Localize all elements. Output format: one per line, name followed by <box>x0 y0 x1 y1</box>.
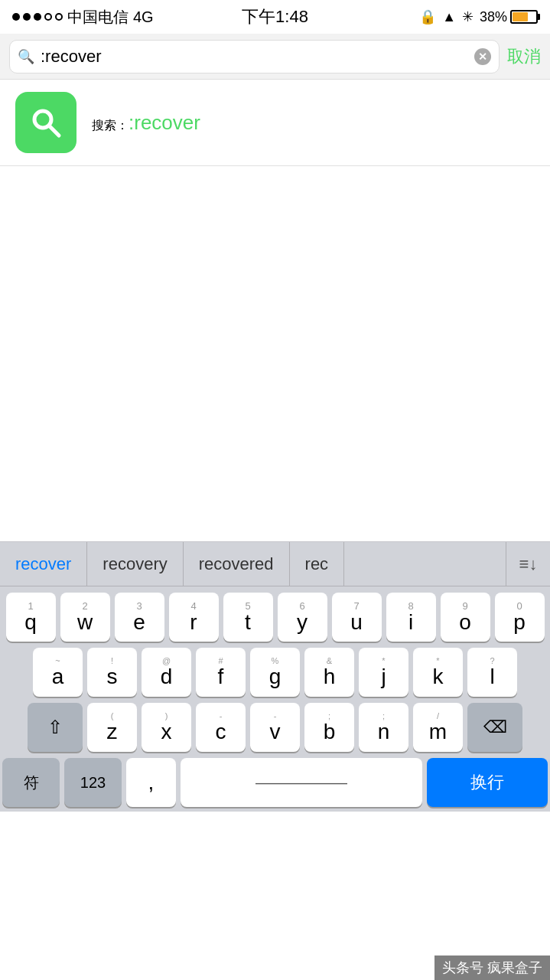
key-o[interactable]: 9 o <box>441 593 490 642</box>
suggestion-query: :recover <box>129 111 200 134</box>
status-right: 🔒 ▲ ✳ 38% <box>419 8 538 25</box>
signal-dots <box>12 13 63 21</box>
key-a[interactable]: ~ a <box>33 648 83 697</box>
main-content <box>0 166 550 541</box>
suggestion-prefix: 搜索： <box>92 119 129 132</box>
autocomplete-items: recover recovery recovered rec <box>0 542 506 586</box>
keyboard-bottom-row: 符 123 , —————— 换行 <box>2 758 548 812</box>
symbol-label: 符 <box>24 775 39 790</box>
keyboard-row-1: 1 q 2 w 3 e 4 r 5 t 6 y 7 u 8 i <box>2 593 548 642</box>
key-x[interactable]: ) x <box>142 703 191 752</box>
cancel-button[interactable]: 取消 <box>507 45 541 68</box>
keyboard-row-3: ⇧ ( z ) x - c - v ; b ; n / m <box>2 703 548 752</box>
signal-dot-2 <box>23 13 31 21</box>
key-r[interactable]: 4 r <box>169 593 219 642</box>
key-s[interactable]: ! s <box>87 648 137 697</box>
suggestion-text: 搜索：:recover <box>92 111 200 135</box>
symbol-key[interactable]: 符 <box>2 758 60 807</box>
status-time: 下午1:48 <box>242 5 308 28</box>
key-q[interactable]: 1 q <box>6 593 56 642</box>
search-bar: 🔍 ✕ 取消 <box>0 34 550 80</box>
return-label: 换行 <box>470 774 504 791</box>
space-label: —————— <box>255 775 347 790</box>
keyboard: 1 q 2 w 3 e 4 r 5 t 6 y 7 u 8 i <box>0 586 550 812</box>
signal-dot-4 <box>44 13 52 21</box>
battery-icon <box>510 10 538 24</box>
autocomplete-bar: recover recovery recovered rec ≡↓ <box>0 542 550 586</box>
numbers-label: 123 <box>80 775 106 790</box>
network-type: 4G <box>133 8 154 26</box>
key-g[interactable]: % g <box>250 648 300 697</box>
key-t[interactable]: 5 t <box>223 593 273 642</box>
carrier-name: 中国电信 <box>67 7 129 28</box>
svg-line-1 <box>49 126 59 136</box>
key-z[interactable]: ( z <box>87 703 137 752</box>
keyboard-row-2: ~ a ! s @ d # f % g & h * j * k <box>2 648 548 697</box>
collapse-icon: ≡↓ <box>519 554 538 574</box>
battery-fill <box>513 12 528 21</box>
key-k[interactable]: * k <box>413 648 463 697</box>
key-v[interactable]: - v <box>250 703 300 752</box>
key-d[interactable]: @ d <box>142 648 191 697</box>
autocomplete-item-recovered[interactable]: recovered <box>184 542 290 586</box>
signal-dot-3 <box>34 13 41 21</box>
key-p[interactable]: 0 p <box>495 593 545 642</box>
key-u[interactable]: 7 u <box>332 593 382 642</box>
key-h[interactable]: & h <box>304 648 354 697</box>
autocomplete-item-recovery[interactable]: recovery <box>87 542 183 586</box>
key-i[interactable]: 8 i <box>386 593 436 642</box>
autocomplete-item-rec[interactable]: rec <box>290 542 345 586</box>
shift-key[interactable]: ⇧ <box>28 703 83 752</box>
key-y[interactable]: 6 y <box>278 593 327 642</box>
key-e[interactable]: 3 e <box>115 593 164 642</box>
comma-label: , <box>148 772 155 793</box>
search-icon-svg <box>28 105 63 140</box>
autocomplete-item-recover[interactable]: recover <box>0 542 87 586</box>
key-n[interactable]: ; n <box>359 703 408 752</box>
status-left: 中国电信 4G <box>12 7 154 28</box>
numbers-key[interactable]: 123 <box>64 758 122 807</box>
key-c[interactable]: - c <box>196 703 246 752</box>
location-icon: ▲ <box>442 9 456 25</box>
watermark: 头条号 疯果盒子 <box>434 956 550 980</box>
backspace-key[interactable]: ⌫ <box>467 703 522 752</box>
autocomplete-collapse-button[interactable]: ≡↓ <box>506 542 550 586</box>
search-input[interactable] <box>41 47 468 67</box>
key-l[interactable]: ? l <box>467 648 517 697</box>
key-f[interactable]: # f <box>196 648 246 697</box>
key-m[interactable]: / m <box>413 703 463 752</box>
key-w[interactable]: 2 w <box>60 593 110 642</box>
search-input-wrap[interactable]: 🔍 ✕ <box>9 40 500 74</box>
suggestion-row[interactable]: 搜索：:recover <box>0 80 550 166</box>
lock-icon: 🔒 <box>419 8 436 25</box>
key-j[interactable]: * j <box>359 648 408 697</box>
key-b[interactable]: ; b <box>304 703 354 752</box>
bluetooth-icon: ✳ <box>462 8 474 25</box>
signal-dot-5 <box>55 13 63 21</box>
search-icon-box <box>15 92 76 153</box>
search-icon: 🔍 <box>18 48 34 65</box>
status-bar: 中国电信 4G 下午1:48 🔒 ▲ ✳ 38% <box>0 0 550 34</box>
battery-container: 38% <box>480 9 538 25</box>
battery-percent: 38% <box>480 9 507 25</box>
clear-button[interactable]: ✕ <box>474 48 491 65</box>
comma-key[interactable]: , <box>126 758 176 807</box>
space-key[interactable]: —————— <box>181 758 422 807</box>
signal-dot-1 <box>12 13 20 21</box>
return-key[interactable]: 换行 <box>427 758 548 807</box>
